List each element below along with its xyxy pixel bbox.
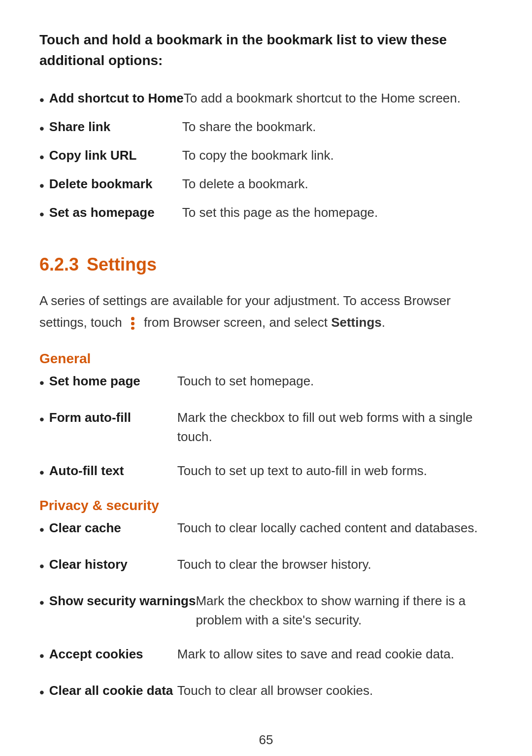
option-term: Set as homepage	[49, 203, 182, 225]
settings-intro-end: .	[382, 315, 385, 330]
option-term: Share link	[49, 117, 182, 139]
menu-dots-icon	[128, 317, 138, 330]
bullet-icon: •	[39, 204, 44, 225]
bullet-icon: •	[39, 646, 44, 666]
settings-intro: A series of settings are available for y…	[39, 290, 493, 333]
privacy-desc: Touch to clear locally cached content an…	[177, 518, 493, 540]
privacy-item: •Clear all cookie dataTouch to clear all…	[39, 681, 493, 703]
bullet-icon: •	[39, 175, 44, 196]
privacy-label: Privacy & security	[39, 498, 493, 514]
general-list: •Set home pageTouch to set homepage.•For…	[39, 372, 493, 483]
privacy-item: •Show security warningsMark the checkbox…	[39, 591, 493, 630]
privacy-item: •Accept cookiesMark to allow sites to sa…	[39, 645, 493, 666]
privacy-term: Clear history	[49, 555, 177, 577]
settings-desc: Touch to set homepage.	[177, 372, 493, 393]
bookmark-option-item: •Copy link URLTo copy the bookmark link.	[39, 146, 493, 168]
privacy-term: Show security warnings	[49, 591, 196, 630]
bullet-icon: •	[39, 90, 44, 110]
privacy-desc: Touch to clear the browser history.	[177, 555, 493, 577]
bookmark-option-item: •Share linkTo share the bookmark.	[39, 117, 493, 139]
bullet-icon: •	[39, 556, 44, 577]
option-term: Delete bookmark	[49, 174, 182, 196]
bullet-icon: •	[39, 147, 44, 168]
bookmark-option-item: •Add shortcut to HomeTo add a bookmark s…	[39, 89, 493, 110]
privacy-item: •Clear historyTouch to clear the browser…	[39, 555, 493, 577]
settings-item: •Auto-fill textTouch to set up text to a…	[39, 461, 493, 483]
option-desc: To set this page as the homepage.	[182, 203, 493, 225]
settings-term: Auto-fill text	[49, 461, 177, 483]
section-title: Settings	[87, 254, 157, 275]
bookmark-option-item: •Set as homepageTo set this page as the …	[39, 203, 493, 225]
settings-term: Set home page	[49, 372, 177, 393]
intro-text: Touch and hold a bookmark in the bookmar…	[39, 30, 493, 71]
option-desc: To copy the bookmark link.	[182, 146, 493, 168]
option-desc: To delete a bookmark.	[182, 174, 493, 196]
privacy-desc: Touch to clear all browser cookies.	[177, 681, 493, 703]
section-number: 6.2.3	[39, 254, 79, 275]
bullet-icon: •	[39, 118, 44, 139]
settings-desc: Touch to set up text to auto-fill in web…	[177, 461, 493, 483]
option-term: Add shortcut to Home	[49, 89, 184, 110]
bullet-icon: •	[39, 519, 44, 540]
privacy-desc: Mark to allow sites to save and read coo…	[177, 645, 493, 666]
bullet-icon: •	[39, 409, 44, 447]
privacy-term: Clear cache	[49, 518, 177, 540]
settings-desc: Mark the checkbox to fill out web forms …	[177, 408, 493, 447]
bullet-icon: •	[39, 373, 44, 393]
general-label: General	[39, 351, 493, 367]
option-term: Copy link URL	[49, 146, 182, 168]
settings-item: •Set home pageTouch to set homepage.	[39, 372, 493, 393]
option-desc: To add a bookmark shortcut to the Home s…	[184, 89, 493, 110]
bookmark-options-list: •Add shortcut to HomeTo add a bookmark s…	[39, 89, 493, 225]
settings-item: •Form auto-fillMark the checkbox to fill…	[39, 408, 493, 447]
privacy-term: Accept cookies	[49, 645, 177, 666]
section-title-row: 6.2.3 Settings	[39, 254, 493, 280]
privacy-desc: Mark the checkbox to show warning if the…	[196, 591, 493, 630]
privacy-list: •Clear cacheTouch to clear locally cache…	[39, 518, 493, 703]
privacy-item: •Clear cacheTouch to clear locally cache…	[39, 518, 493, 540]
settings-intro-part2: from Browser screen, and select	[140, 315, 331, 330]
settings-term: Form auto-fill	[49, 408, 177, 447]
bullet-icon: •	[39, 462, 44, 483]
option-desc: To share the bookmark.	[182, 117, 493, 139]
privacy-term: Clear all cookie data	[49, 681, 177, 703]
bullet-icon: •	[39, 592, 44, 630]
settings-intro-bold: Settings	[331, 315, 382, 330]
bullet-icon: •	[39, 682, 44, 703]
bookmark-option-item: •Delete bookmarkTo delete a bookmark.	[39, 174, 493, 196]
page-number: 65	[39, 732, 493, 748]
